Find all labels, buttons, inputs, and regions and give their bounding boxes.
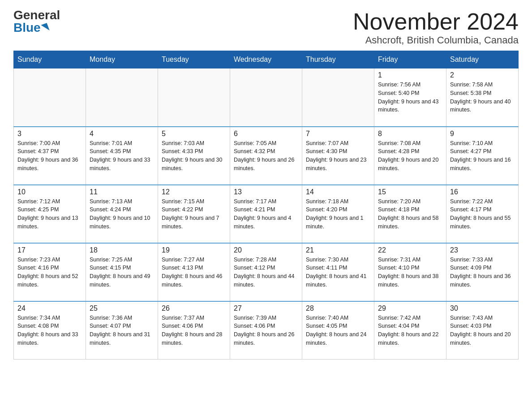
weekday-header-thursday: Thursday <box>302 51 374 68</box>
calendar-cell: 11Sunrise: 7:13 AM Sunset: 4:24 PM Dayli… <box>86 185 158 243</box>
day-info: Sunrise: 7:56 AM Sunset: 5:40 PM Dayligh… <box>378 81 442 114</box>
calendar-cell <box>86 68 158 127</box>
month-title: November 2024 <box>353 9 519 34</box>
page-header: General Blue November 2024 Ashcroft, Bri… <box>13 9 519 46</box>
calendar-cell <box>230 68 302 127</box>
day-info: Sunrise: 7:01 AM Sunset: 4:35 PM Dayligh… <box>90 139 154 173</box>
day-number: 29 <box>378 304 442 313</box>
day-info: Sunrise: 7:34 AM Sunset: 4:08 PM Dayligh… <box>17 314 82 347</box>
calendar-cell: 6Sunrise: 7:05 AM Sunset: 4:32 PM Daylig… <box>230 127 302 185</box>
calendar-cell: 7Sunrise: 7:07 AM Sunset: 4:30 PM Daylig… <box>302 127 374 185</box>
day-info: Sunrise: 7:07 AM Sunset: 4:30 PM Dayligh… <box>306 139 370 173</box>
logo-triangle-icon <box>41 23 49 33</box>
day-number: 27 <box>234 304 298 313</box>
week-row-3: 10Sunrise: 7:12 AM Sunset: 4:25 PM Dayli… <box>14 185 519 243</box>
calendar-cell: 5Sunrise: 7:03 AM Sunset: 4:33 PM Daylig… <box>158 127 230 185</box>
day-info: Sunrise: 7:58 AM Sunset: 5:38 PM Dayligh… <box>450 81 515 114</box>
week-row-4: 17Sunrise: 7:23 AM Sunset: 4:16 PM Dayli… <box>14 243 519 301</box>
day-number: 12 <box>162 188 226 196</box>
week-row-5: 24Sunrise: 7:34 AM Sunset: 4:08 PM Dayli… <box>14 301 519 360</box>
weekday-header-sunday: Sunday <box>14 51 86 68</box>
calendar-cell: 19Sunrise: 7:27 AM Sunset: 4:13 PM Dayli… <box>158 243 230 301</box>
day-number: 25 <box>90 304 154 313</box>
day-info: Sunrise: 7:30 AM Sunset: 4:11 PM Dayligh… <box>306 256 370 289</box>
calendar-table: SundayMondayTuesdayWednesdayThursdayFrid… <box>13 51 519 360</box>
day-info: Sunrise: 7:39 AM Sunset: 4:06 PM Dayligh… <box>234 314 298 347</box>
day-info: Sunrise: 7:13 AM Sunset: 4:24 PM Dayligh… <box>90 197 154 231</box>
day-info: Sunrise: 7:17 AM Sunset: 4:21 PM Dayligh… <box>234 197 298 231</box>
day-number: 20 <box>234 246 298 254</box>
week-row-1: 1Sunrise: 7:56 AM Sunset: 5:40 PM Daylig… <box>14 68 519 127</box>
calendar-cell: 23Sunrise: 7:33 AM Sunset: 4:09 PM Dayli… <box>446 243 519 301</box>
day-info: Sunrise: 7:43 AM Sunset: 4:03 PM Dayligh… <box>450 314 515 347</box>
calendar-cell: 1Sunrise: 7:56 AM Sunset: 5:40 PM Daylig… <box>374 68 446 127</box>
day-number: 16 <box>450 188 515 196</box>
day-number: 1 <box>378 71 442 79</box>
day-info: Sunrise: 7:15 AM Sunset: 4:22 PM Dayligh… <box>162 197 226 231</box>
calendar-cell: 20Sunrise: 7:28 AM Sunset: 4:12 PM Dayli… <box>230 243 302 301</box>
calendar-cell: 26Sunrise: 7:37 AM Sunset: 4:06 PM Dayli… <box>158 301 230 360</box>
calendar-cell: 2Sunrise: 7:58 AM Sunset: 5:38 PM Daylig… <box>446 68 519 127</box>
day-number: 10 <box>17 188 82 196</box>
calendar-cell: 3Sunrise: 7:00 AM Sunset: 4:37 PM Daylig… <box>14 127 86 185</box>
day-number: 11 <box>90 188 154 196</box>
calendar-cell: 16Sunrise: 7:22 AM Sunset: 4:17 PM Dayli… <box>446 185 519 243</box>
weekday-header-tuesday: Tuesday <box>158 51 230 68</box>
day-number: 24 <box>17 304 82 313</box>
day-info: Sunrise: 7:40 AM Sunset: 4:05 PM Dayligh… <box>306 314 370 347</box>
logo-general-text: General <box>13 9 60 21</box>
calendar-cell: 17Sunrise: 7:23 AM Sunset: 4:16 PM Dayli… <box>14 243 86 301</box>
day-number: 2 <box>450 71 515 79</box>
day-info: Sunrise: 7:23 AM Sunset: 4:16 PM Dayligh… <box>17 256 82 289</box>
calendar-cell: 21Sunrise: 7:30 AM Sunset: 4:11 PM Dayli… <box>302 243 374 301</box>
logo-blue-text: Blue <box>13 21 48 34</box>
calendar-cell: 30Sunrise: 7:43 AM Sunset: 4:03 PM Dayli… <box>446 301 519 360</box>
day-number: 6 <box>234 130 298 138</box>
calendar-cell: 9Sunrise: 7:10 AM Sunset: 4:27 PM Daylig… <box>446 127 519 185</box>
day-info: Sunrise: 7:00 AM Sunset: 4:37 PM Dayligh… <box>17 139 82 173</box>
day-number: 21 <box>306 246 370 254</box>
calendar-cell: 28Sunrise: 7:40 AM Sunset: 4:05 PM Dayli… <box>302 301 374 360</box>
day-info: Sunrise: 7:27 AM Sunset: 4:13 PM Dayligh… <box>162 256 226 289</box>
day-info: Sunrise: 7:33 AM Sunset: 4:09 PM Dayligh… <box>450 256 515 289</box>
calendar-cell <box>158 68 230 127</box>
day-info: Sunrise: 7:28 AM Sunset: 4:12 PM Dayligh… <box>234 256 298 289</box>
logo: General Blue <box>13 9 60 34</box>
day-info: Sunrise: 7:12 AM Sunset: 4:25 PM Dayligh… <box>17 197 82 231</box>
day-number: 17 <box>17 246 82 254</box>
calendar-cell: 25Sunrise: 7:36 AM Sunset: 4:07 PM Dayli… <box>86 301 158 360</box>
day-info: Sunrise: 7:31 AM Sunset: 4:10 PM Dayligh… <box>378 256 442 289</box>
calendar-cell: 24Sunrise: 7:34 AM Sunset: 4:08 PM Dayli… <box>14 301 86 360</box>
day-number: 14 <box>306 188 370 196</box>
day-number: 19 <box>162 246 226 254</box>
calendar-cell: 8Sunrise: 7:08 AM Sunset: 4:28 PM Daylig… <box>374 127 446 185</box>
day-number: 13 <box>234 188 298 196</box>
day-info: Sunrise: 7:10 AM Sunset: 4:27 PM Dayligh… <box>450 139 515 173</box>
calendar-cell: 29Sunrise: 7:42 AM Sunset: 4:04 PM Dayli… <box>374 301 446 360</box>
calendar-cell <box>302 68 374 127</box>
day-info: Sunrise: 7:42 AM Sunset: 4:04 PM Dayligh… <box>378 314 442 347</box>
day-number: 7 <box>306 130 370 138</box>
day-info: Sunrise: 7:05 AM Sunset: 4:32 PM Dayligh… <box>234 139 298 173</box>
weekday-header-saturday: Saturday <box>446 51 519 68</box>
calendar-cell <box>14 68 86 127</box>
calendar-cell: 10Sunrise: 7:12 AM Sunset: 4:25 PM Dayli… <box>14 185 86 243</box>
day-number: 18 <box>90 246 154 254</box>
day-info: Sunrise: 7:18 AM Sunset: 4:20 PM Dayligh… <box>306 197 370 231</box>
day-info: Sunrise: 7:22 AM Sunset: 4:17 PM Dayligh… <box>450 197 515 231</box>
calendar-cell: 12Sunrise: 7:15 AM Sunset: 4:22 PM Dayli… <box>158 185 230 243</box>
day-number: 4 <box>90 130 154 138</box>
day-number: 5 <box>162 130 226 138</box>
day-number: 23 <box>450 246 515 254</box>
day-info: Sunrise: 7:20 AM Sunset: 4:18 PM Dayligh… <box>378 197 442 231</box>
day-number: 30 <box>450 304 515 313</box>
week-row-2: 3Sunrise: 7:00 AM Sunset: 4:37 PM Daylig… <box>14 127 519 185</box>
day-number: 9 <box>450 130 515 138</box>
weekday-header-row: SundayMondayTuesdayWednesdayThursdayFrid… <box>14 51 519 68</box>
calendar-cell: 15Sunrise: 7:20 AM Sunset: 4:18 PM Dayli… <box>374 185 446 243</box>
calendar-cell: 14Sunrise: 7:18 AM Sunset: 4:20 PM Dayli… <box>302 185 374 243</box>
calendar-cell: 13Sunrise: 7:17 AM Sunset: 4:21 PM Dayli… <box>230 185 302 243</box>
day-info: Sunrise: 7:36 AM Sunset: 4:07 PM Dayligh… <box>90 314 154 347</box>
title-block: November 2024 Ashcroft, British Columbia… <box>353 9 519 46</box>
day-info: Sunrise: 7:37 AM Sunset: 4:06 PM Dayligh… <box>162 314 226 347</box>
